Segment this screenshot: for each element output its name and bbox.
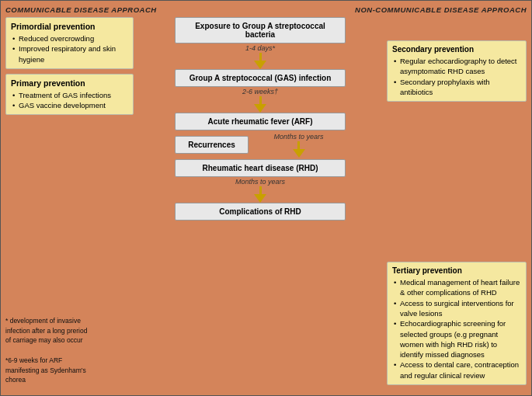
list-item: Reduced overcrowding (12, 33, 128, 43)
flow-box-3: Acute rheumatic fever (ARF) (175, 113, 346, 130)
tertiary-prevention-box: Tertiary prevention Medical management o… (387, 262, 527, 385)
primary-prevention-box: Primary prevention Treatment of GAS infe… (5, 74, 134, 116)
arrow-down-1 (254, 61, 266, 69)
right-panel: Secondary prevention Regular echocardiog… (387, 17, 527, 385)
footnote-line: *6-9 weeks for ARF (5, 356, 134, 366)
arrow-down-3 (254, 194, 266, 203)
flow-box-2: Group A streptococcal (GAS) infection (175, 69, 346, 87)
list-item: Improved respiratory and skin hygiene (12, 43, 128, 64)
arrow-line-2 (259, 96, 262, 104)
left-header-label: COMMUNICABLE DISEASE APPROACH (5, 5, 157, 14)
diagram-container: COMMUNICABLE DISEASE APPROACH NON-COMMUN… (0, 0, 532, 396)
tertiary-title: Tertiary prevention (392, 266, 521, 275)
list-item: Medical management of heart failure & ot… (394, 277, 521, 298)
secondary-prevention-box: Secondary prevention Regular echocardiog… (387, 40, 527, 102)
main-layout: Primordial prevention Reduced overcrowdi… (5, 17, 527, 385)
recurrence-row: Recurrences Months to years (175, 132, 346, 158)
arrow-label-2: 2-6 weeks† (242, 88, 278, 96)
recurrence-line (297, 141, 300, 149)
right-header-label: NON-COMMUNICABLE DISEASE APPROACH (355, 5, 527, 14)
secondary-list: Regular echocardiography to detect asymp… (392, 56, 521, 97)
arrow-line-3 (259, 186, 262, 194)
list-item: Access to dental care, contraception and… (394, 360, 521, 380)
secondary-title: Secondary prevention (392, 45, 521, 54)
list-item: Echocardiographic screening for selected… (394, 318, 521, 360)
flow-box-5: Complications of RHD (175, 203, 346, 221)
arrow-label-1: 1-4 days* (245, 44, 275, 52)
left-panel: Primordial prevention Reduced overcrowdi… (5, 17, 134, 385)
footnote-line: infection after a long preriod (5, 326, 134, 336)
list-item: Treatment of GAS infections (12, 90, 128, 100)
primordial-list: Reduced overcrowding Improved respirator… (11, 33, 128, 64)
arrow-2: 2-6 weeks† (175, 87, 346, 113)
arrow-label-3: Months to years (235, 178, 285, 186)
flow-box-1: Exposure to Group A streptococcal bacter… (175, 17, 346, 43)
tertiary-list: Medical management of heart failure & ot… (392, 277, 521, 380)
primordial-title: Primordial prevention (11, 22, 128, 31)
list-item: GAS vaccine development (12, 100, 128, 110)
arrow-line-1 (259, 53, 262, 61)
list-item: Secondary prophylaxis with antibiotics (394, 77, 521, 98)
footnote-line: manifesting as Sydenham's (5, 366, 134, 376)
center-panel: Exposure to Group A streptococcal bacter… (137, 17, 384, 385)
primary-title: Primary prevention (11, 78, 128, 88)
arrow-3: Months to years (175, 177, 346, 203)
primary-list: Treatment of GAS infections GAS vaccine … (11, 90, 128, 111)
footnote-line: of carriage may also occur (5, 335, 134, 346)
footnotes-area: * development of invasive infection afte… (5, 316, 134, 385)
list-item: Regular echocardiography to detect asymp… (394, 56, 521, 77)
spacer (387, 106, 527, 257)
primordial-prevention-box: Primordial prevention Reduced overcrowdi… (5, 17, 134, 69)
months-years-label-1: Months to years (273, 133, 323, 141)
arrow-1: 1-4 days* (175, 43, 346, 69)
header-row: COMMUNICABLE DISEASE APPROACH NON-COMMUN… (5, 5, 527, 14)
arrow-down-2 (254, 104, 266, 113)
recurrence-arrow-area: Months to years (252, 132, 346, 158)
footnote-line: chorea (5, 375, 134, 385)
footnote-line: * development of invasive (5, 316, 134, 326)
recurrence-box: Recurrences (175, 136, 249, 154)
list-item: Access to surgical interventions for val… (394, 298, 521, 319)
recurrence-arrow-down (293, 149, 305, 158)
flow-box-4: Rheumatic heart disease (RHD) (175, 159, 346, 177)
